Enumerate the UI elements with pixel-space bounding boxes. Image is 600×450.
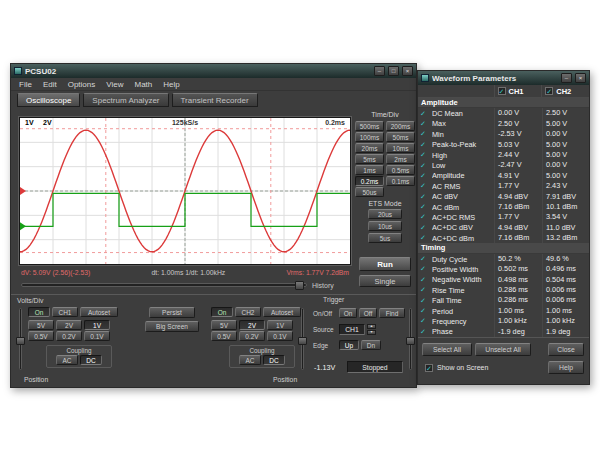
ch2-name-button[interactable]: CH2	[235, 307, 261, 317]
param-checkbox[interactable]: ✓	[420, 120, 432, 128]
trigger-find-button[interactable]: Find	[379, 308, 405, 318]
timebase-100ms-button[interactable]: 100ms	[355, 132, 384, 142]
params-close-icon[interactable]: ×	[575, 73, 586, 83]
param-checkbox[interactable]: ✓	[420, 141, 432, 149]
param-checkbox[interactable]: ✓	[420, 297, 432, 305]
close-icon[interactable]: ×	[402, 66, 413, 76]
slider-thumb[interactable]	[16, 337, 25, 345]
ets-10us-button[interactable]: 10us	[368, 221, 402, 231]
tab-spectrum-analyzer[interactable]: Spectrum Analyzer	[83, 93, 168, 107]
param-checkbox[interactable]: ✓	[420, 317, 432, 325]
persist-button[interactable]: Persist	[149, 307, 195, 318]
ch1-volt-0-2v-button[interactable]: 0.2V	[56, 331, 82, 341]
param-checkbox[interactable]: ✓	[420, 286, 432, 294]
main-titlebar[interactable]: PCSU02 – □ ×	[11, 64, 416, 78]
show-on-screen-checkbox[interactable]: ✓	[425, 364, 433, 372]
menu-item-edit[interactable]: Edit	[43, 80, 57, 89]
trigger-level-slider[interactable]	[406, 308, 415, 370]
ch1-coupling-dc-button[interactable]: DC	[80, 355, 102, 365]
trigger-edge-dn-button[interactable]: Dn	[361, 340, 381, 350]
timebase-20ms-button[interactable]: 20ms	[355, 143, 384, 153]
timebase-200ms-button[interactable]: 200ms	[386, 121, 415, 131]
ch2-volt-1v-button[interactable]: 1V	[267, 320, 293, 330]
param-checkbox[interactable]: ✓	[420, 234, 432, 242]
ch2-volt-0-1v-button[interactable]: 0.1V	[267, 331, 293, 341]
ch1-volt-0-5v-button[interactable]: 0.5V	[28, 331, 54, 341]
param-checkbox[interactable]: ✓	[420, 162, 432, 170]
timebase-2ms-button[interactable]: 2ms	[386, 154, 415, 164]
menu-item-file[interactable]: File	[19, 80, 32, 89]
ch1-volt-5v-button[interactable]: 5V	[28, 320, 54, 330]
ets-5us-button[interactable]: 5us	[368, 233, 402, 243]
trigger-source-select[interactable]: CH1	[339, 324, 365, 335]
param-checkbox[interactable]: ✓	[420, 255, 432, 263]
ch1-position-slider[interactable]	[16, 308, 25, 370]
param-checkbox[interactable]: ✓	[420, 328, 432, 336]
trigger-edge-up-button[interactable]: Up	[339, 340, 359, 350]
ch1-on-button[interactable]: On	[28, 307, 50, 317]
timebase-0-2ms-button[interactable]: 0.2ms	[355, 176, 384, 186]
history-slider[interactable]	[21, 283, 307, 287]
params-minimize-icon[interactable]: –	[561, 73, 572, 83]
scope-screen[interactable]: 1V 2V 125kS/s 0.2ms	[19, 117, 351, 265]
menu-item-math[interactable]: Math	[134, 80, 152, 89]
spinner-up-icon[interactable]: ▲	[367, 324, 376, 329]
param-checkbox[interactable]: ✓	[420, 151, 432, 159]
ch2-coupling-dc-button[interactable]: DC	[263, 355, 285, 365]
param-checkbox[interactable]: ✓	[420, 307, 432, 315]
menu-item-view[interactable]: View	[106, 80, 123, 89]
ch2-volt-0-5v-button[interactable]: 0.5V	[211, 331, 237, 341]
ch1-coupling-ac-button[interactable]: AC	[56, 355, 78, 365]
timebase-10ms-button[interactable]: 10ms	[386, 143, 415, 153]
param-checkbox[interactable]: ✓	[420, 213, 432, 221]
minimize-icon[interactable]: –	[374, 66, 385, 76]
param-checkbox[interactable]: ✓	[420, 224, 432, 232]
params-close-button[interactable]: Close	[548, 343, 584, 356]
ch2-position-slider[interactable]	[298, 308, 307, 370]
history-slider-thumb[interactable]	[295, 281, 304, 290]
timebase-50ms-button[interactable]: 50ms	[386, 132, 415, 142]
param-checkbox[interactable]: ✓	[420, 276, 432, 284]
params-titlebar[interactable]: Waveform Parameters – ×	[418, 71, 589, 85]
single-button[interactable]: Single	[359, 275, 411, 287]
param-checkbox[interactable]: ✓	[420, 130, 432, 138]
ch1-volt-1v-button[interactable]: 1V	[84, 320, 110, 330]
slider-thumb[interactable]	[406, 337, 415, 345]
slider-thumb[interactable]	[298, 337, 307, 345]
unselect-all-button[interactable]: Unselect All	[475, 343, 531, 356]
run-button[interactable]: Run	[359, 257, 411, 271]
tab-oscilloscope[interactable]: Oscilloscope	[17, 93, 80, 107]
ch1-name-button[interactable]: CH1	[52, 307, 78, 317]
ets-20us-button[interactable]: 20us	[368, 209, 402, 219]
timebase-50us-button[interactable]: 50us	[355, 187, 384, 197]
ch2-on-button[interactable]: On	[211, 307, 233, 317]
ch2-autoset-button[interactable]: Autoset	[263, 307, 301, 317]
param-checkbox[interactable]: ✓	[420, 110, 432, 118]
param-checkbox[interactable]: ✓	[420, 182, 432, 190]
ch2-volt-5v-button[interactable]: 5V	[211, 320, 237, 330]
spinner-down-icon[interactable]: ▼	[367, 330, 376, 335]
param-checkbox[interactable]: ✓	[420, 172, 432, 180]
big-screen-button[interactable]: Big Screen	[145, 321, 199, 332]
menu-item-help[interactable]: Help	[163, 80, 179, 89]
param-checkbox[interactable]: ✓	[420, 203, 432, 211]
trigger-on-button[interactable]: On	[339, 308, 357, 318]
maximize-icon[interactable]: □	[388, 66, 399, 76]
timebase-5ms-button[interactable]: 5ms	[355, 154, 384, 164]
timebase-1ms-button[interactable]: 1ms	[355, 165, 384, 175]
ch2-column-checkbox[interactable]: ✓	[545, 87, 553, 95]
timebase-0-5ms-button[interactable]: 0.5ms	[386, 165, 415, 175]
param-checkbox[interactable]: ✓	[420, 265, 432, 273]
trigger-off-button[interactable]: Off	[359, 308, 377, 318]
timebase-0-1ms-button[interactable]: 0.1ms	[386, 176, 415, 186]
ch1-volt-2v-button[interactable]: 2V	[56, 320, 82, 330]
tab-transient-recorder[interactable]: Transient Recorder	[172, 93, 258, 107]
param-checkbox[interactable]: ✓	[420, 193, 432, 201]
ch1-column-checkbox[interactable]: ✓	[498, 87, 506, 95]
ch1-autoset-button[interactable]: Autoset	[80, 307, 118, 317]
ch2-volt-0-2v-button[interactable]: 0.2V	[239, 331, 265, 341]
timebase-500ms-button[interactable]: 500ms	[355, 121, 384, 131]
ch1-volt-0-1v-button[interactable]: 0.1V	[84, 331, 110, 341]
ch2-coupling-ac-button[interactable]: AC	[239, 355, 261, 365]
ch2-volt-2v-button[interactable]: 2V	[239, 320, 265, 330]
